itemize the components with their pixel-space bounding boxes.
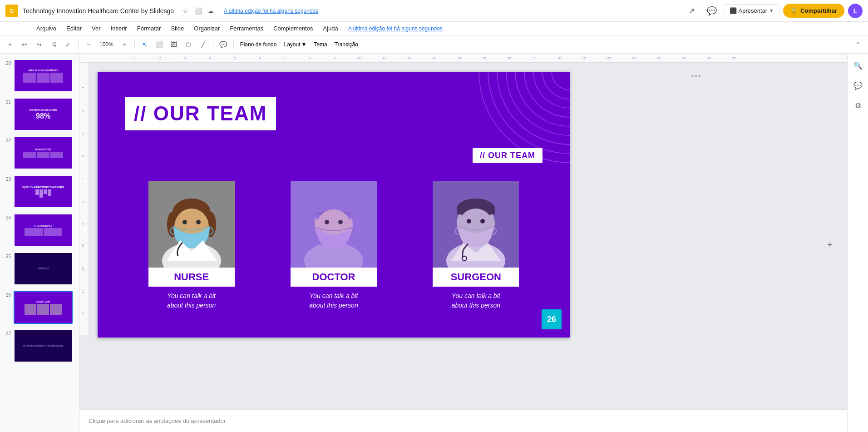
- comment-tool[interactable]: 💬: [217, 38, 230, 51]
- toolbar-collapse-btn[interactable]: ⌃: [852, 38, 864, 51]
- svg-text:12: 12: [81, 289, 85, 293]
- svg-point-46: [542, 72, 570, 99]
- toolbar-divider-2: [134, 40, 135, 49]
- slide-num-23: 23: [4, 177, 11, 182]
- zoom-in-btn[interactable]: +: [118, 38, 131, 51]
- svg-text:21: 21: [632, 56, 636, 60]
- slide-thumb-23[interactable]: 23 //QUALITY IMPROVEMENT MEASURES: [2, 173, 77, 210]
- line-tool[interactable]: ╱: [197, 38, 209, 51]
- svg-text:14: 14: [457, 56, 461, 60]
- svg-point-50: [506, 72, 570, 135]
- doctor-name-box[interactable]: DOCTOR: [291, 268, 377, 287]
- slide-num-25: 25: [4, 254, 11, 259]
- slide-title-box[interactable]: // OUR TEAM: [125, 97, 276, 130]
- menu-arquivo[interactable]: Arquivo: [32, 23, 61, 34]
- redo-btn[interactable]: ↪: [33, 38, 45, 51]
- last-edit-link[interactable]: A última edição foi há alguns segundos: [348, 25, 443, 32]
- slides-sidebar: 20 //KEY ACCOMPLISHMENTS 21 //PATIENT SA…: [0, 54, 79, 432]
- menu-ver[interactable]: Ver: [87, 23, 105, 34]
- activity-icon[interactable]: ↗: [684, 3, 700, 19]
- slide-thumb-25[interactable]: 25 //AWARDS: [2, 250, 77, 287]
- nurse-description: You can talk a bitabout this person: [167, 291, 216, 310]
- toolbar-divider-1: [78, 40, 79, 49]
- doctor-name: DOCTOR: [312, 271, 355, 283]
- transicao-btn[interactable]: Transição: [332, 40, 361, 49]
- chat-icon[interactable]: 💬: [850, 77, 866, 94]
- svg-text:3: 3: [184, 56, 186, 60]
- add-element-button[interactable]: +: [824, 239, 836, 252]
- settings-icon[interactable]: ⚙: [850, 97, 866, 114]
- svg-text:10: 10: [81, 244, 85, 248]
- svg-text:20: 20: [607, 56, 611, 60]
- image-tool[interactable]: 🖼: [168, 38, 180, 51]
- main-slide[interactable]: // OUR TEAM // OUR TEAM: [98, 72, 570, 338]
- menu-slide[interactable]: Slide: [166, 23, 188, 34]
- doctor-description: You can talk a bitabout this person: [309, 291, 358, 310]
- slide-preview-21: //PATIENT SATISFACTION 98%: [14, 98, 73, 131]
- cursor-tool[interactable]: ↖: [138, 38, 151, 51]
- toolbar-divider-3: [213, 40, 213, 49]
- main-layout: 20 //KEY ACCOMPLISHMENTS 21 //PATIENT SA…: [0, 54, 868, 432]
- tema-btn[interactable]: Tema: [311, 40, 330, 49]
- svg-text:6: 6: [259, 56, 261, 60]
- cloud-icon[interactable]: ☁: [206, 6, 216, 16]
- surgeon-name-box[interactable]: SURGEON: [433, 268, 519, 287]
- page-number: 26: [542, 309, 562, 329]
- menu-ferramentas[interactable]: Ferramentas: [225, 23, 268, 34]
- slide-thumb-27[interactable]: 27 //A PICTURE IS WORTH A THOUSAND WORDS: [2, 328, 77, 364]
- menu-organizar[interactable]: Organizar: [189, 23, 224, 34]
- layout-btn[interactable]: Layout ▼: [281, 40, 309, 49]
- team-member-surgeon: SURGEON You can talk a bitabout this per…: [409, 181, 542, 310]
- right-panel: 🔍 💬 ⚙: [847, 54, 868, 432]
- menu-editar[interactable]: Editar: [62, 23, 86, 34]
- star-icon[interactable]: ☆: [180, 6, 190, 16]
- folder-icon[interactable]: ⬜: [193, 6, 203, 16]
- menu-formatar[interactable]: Formatar: [133, 23, 166, 34]
- svg-text:8: 8: [81, 200, 85, 203]
- slide-thumb-21[interactable]: 21 //PATIENT SATISFACTION 98%: [2, 96, 77, 133]
- svg-text:G: G: [10, 8, 14, 14]
- menu-complementos[interactable]: Complementos: [269, 23, 317, 34]
- print-btn[interactable]: 🖨: [47, 38, 60, 51]
- compartilhar-button[interactable]: 🔒 Compartilhar: [783, 4, 844, 18]
- scroll-dot-1: [691, 75, 693, 77]
- zoom-level[interactable]: 100%: [97, 40, 116, 49]
- svg-point-45: [552, 72, 570, 90]
- plano-fundo-btn[interactable]: Plano de fundo: [237, 40, 280, 49]
- svg-text:3: 3: [81, 87, 85, 89]
- menu-ajuda[interactable]: Ajuda: [319, 23, 343, 34]
- nurse-photo: [148, 181, 235, 268]
- slide-num-26: 26: [4, 293, 11, 298]
- slide-thumb-24[interactable]: 24 //TESTIMONIALS: [2, 212, 77, 248]
- notes-area[interactable]: Clique para adicionar as anotações do ap…: [79, 409, 847, 432]
- slide-thumb-26[interactable]: 26 //OUR TEAM: [2, 289, 77, 326]
- svg-text:7: 7: [81, 178, 85, 180]
- save-status[interactable]: A última edição foi há alguns segundos: [224, 8, 318, 14]
- nurse-name-box[interactable]: NURSE: [148, 268, 235, 287]
- menu-inserir[interactable]: Inserir: [106, 23, 132, 34]
- top-right-label-box[interactable]: // OUR TEAM: [473, 148, 542, 163]
- svg-text:10: 10: [357, 56, 361, 60]
- menubar: Arquivo Editar Ver Inserir Formatar Slid…: [0, 22, 868, 35]
- svg-text:8: 8: [309, 56, 311, 60]
- apresentar-button[interactable]: ⬛ Apresentar ▼: [724, 4, 780, 17]
- text-box-tool[interactable]: ⬜: [153, 38, 166, 51]
- avatar[interactable]: L: [848, 4, 863, 18]
- team-member-doctor: DOCTOR You can talk a bitabout this pers…: [267, 181, 400, 310]
- svg-text:5: 5: [234, 56, 236, 60]
- explore-icon[interactable]: 🔍: [850, 57, 866, 74]
- shape-tool[interactable]: ⬠: [182, 38, 195, 51]
- surgeon-photo: [433, 181, 519, 268]
- zoom-out-btn[interactable]: −: [82, 38, 95, 51]
- comment-icon[interactable]: 💬: [704, 3, 720, 19]
- doc-title: Technology Innovation Healthcare Center …: [23, 7, 174, 15]
- slide-thumb-22[interactable]: 22 //INNOVATIONS: [2, 134, 77, 171]
- add-slide-toolbar-btn[interactable]: +: [4, 38, 16, 51]
- svg-text:2: 2: [159, 56, 161, 60]
- undo-btn[interactable]: ↩: [18, 38, 31, 51]
- spellcheck-btn[interactable]: ✓: [62, 38, 74, 51]
- toolbar-right: ⌃: [852, 38, 864, 51]
- svg-text:4: 4: [81, 109, 85, 112]
- slide-thumb-20[interactable]: 20 //KEY ACCOMPLISHMENTS: [2, 57, 77, 94]
- svg-text:25: 25: [732, 56, 736, 60]
